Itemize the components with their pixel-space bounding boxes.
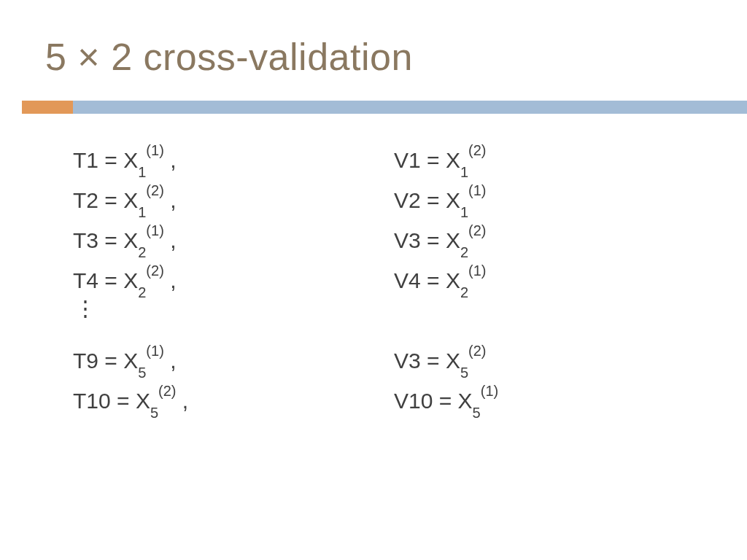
tail: , bbox=[164, 268, 177, 292]
base: X bbox=[446, 349, 460, 373]
equation-row: V3 = X2(2) bbox=[394, 215, 671, 255]
superscript: (1) bbox=[146, 343, 163, 359]
subscript: 2 bbox=[460, 284, 468, 300]
subscript: 1 bbox=[138, 204, 146, 220]
vertical-ellipsis: ⋮ bbox=[73, 295, 394, 335]
tail: , bbox=[164, 188, 177, 212]
tail: , bbox=[164, 228, 177, 252]
right-column: V1 = X1(2) V2 = X1(1) V3 = X2(2) V4 = X2… bbox=[394, 135, 671, 416]
equation-row: V1 = X1(2) bbox=[394, 135, 671, 175]
superscript: (2) bbox=[158, 383, 176, 399]
equation-row: T1 = X1(1) , bbox=[73, 135, 394, 175]
equation-row: V2 = X1(1) bbox=[394, 175, 671, 215]
lhs: V1 bbox=[394, 148, 421, 172]
equation-row: V10 = X5(1) bbox=[394, 376, 671, 416]
subscript: 2 bbox=[460, 244, 468, 260]
empty-row bbox=[394, 295, 671, 335]
lhs: T4 bbox=[73, 268, 98, 292]
base: X bbox=[123, 228, 138, 252]
base: X bbox=[446, 148, 460, 172]
subscript: 1 bbox=[460, 164, 468, 180]
lhs: V4 bbox=[394, 268, 421, 292]
superscript: (1) bbox=[146, 142, 163, 158]
base: X bbox=[123, 268, 138, 292]
base: X bbox=[446, 268, 460, 292]
lhs: T10 bbox=[73, 389, 111, 413]
base: X bbox=[123, 188, 138, 212]
subscript: 5 bbox=[138, 365, 146, 381]
equation-row: T3 = X2(1) , bbox=[73, 215, 394, 255]
tail: , bbox=[164, 349, 177, 373]
equation-row: T9 = X5(1) , bbox=[73, 335, 394, 376]
base: X bbox=[446, 188, 460, 212]
equation-row: T4 = X2(2) , bbox=[73, 255, 394, 295]
lhs: V3 bbox=[394, 349, 421, 373]
base: X bbox=[458, 389, 473, 413]
base: X bbox=[136, 389, 150, 413]
superscript: (1) bbox=[468, 182, 486, 198]
left-column: T1 = X1(1) , T2 = X1(2) , T3 = X2(1) , T… bbox=[73, 135, 394, 416]
subscript: 2 bbox=[138, 284, 146, 300]
superscript: (1) bbox=[468, 262, 486, 279]
base: X bbox=[446, 228, 460, 252]
subscript: 1 bbox=[460, 204, 468, 220]
lhs: T9 bbox=[73, 349, 98, 373]
lhs: T3 bbox=[73, 228, 98, 252]
accent-bar bbox=[22, 101, 747, 114]
slide: 5 × 2 cross-validation T1 = X1(1) , T2 =… bbox=[0, 0, 747, 560]
equation-row: V4 = X2(1) bbox=[394, 255, 671, 295]
superscript: (1) bbox=[146, 222, 163, 238]
accent-bar-orange bbox=[22, 101, 73, 114]
lhs: V3 bbox=[394, 228, 421, 252]
equation-row: T2 = X1(2) , bbox=[73, 175, 394, 215]
tail: , bbox=[177, 389, 189, 413]
base: X bbox=[123, 148, 138, 172]
lhs: V2 bbox=[394, 188, 421, 212]
slide-title: 5 × 2 cross-validation bbox=[45, 35, 413, 79]
superscript: (2) bbox=[146, 262, 163, 279]
subscript: 1 bbox=[138, 164, 146, 180]
superscript: (2) bbox=[468, 142, 486, 158]
base: X bbox=[123, 349, 138, 373]
subscript: 2 bbox=[138, 244, 146, 260]
superscript: (2) bbox=[146, 182, 163, 198]
superscript: (1) bbox=[481, 383, 498, 399]
subscript: 5 bbox=[460, 365, 468, 381]
equation-row: V3 = X5(2) bbox=[394, 335, 671, 376]
superscript: (2) bbox=[468, 222, 486, 238]
tail: , bbox=[164, 148, 177, 172]
subscript: 5 bbox=[150, 405, 158, 421]
lhs: T1 bbox=[73, 148, 98, 172]
lhs: V10 bbox=[394, 389, 433, 413]
equation-row: T10 = X5(2) , bbox=[73, 376, 394, 416]
lhs: T2 bbox=[73, 188, 98, 212]
superscript: (2) bbox=[468, 343, 486, 359]
content-area: T1 = X1(1) , T2 = X1(2) , T3 = X2(1) , T… bbox=[73, 135, 703, 416]
subscript: 5 bbox=[473, 405, 481, 421]
